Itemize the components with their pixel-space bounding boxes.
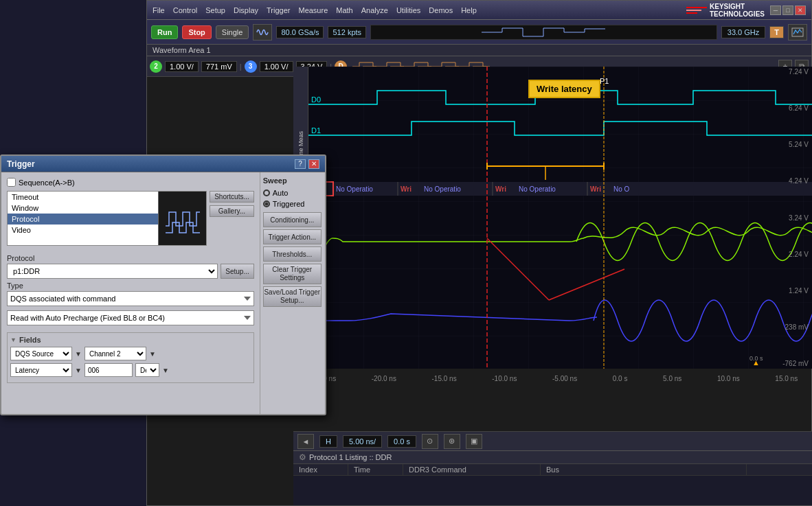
time-axis: -25.0 ns -20.0 ns -15.0 ns -10.0 ns -5.0… xyxy=(308,371,812,385)
collapse-icon[interactable]: ▼ xyxy=(10,336,16,343)
sample-rate-value[interactable]: 80.0 GSa/s xyxy=(276,26,324,38)
thresholds-button[interactable]: Thresholds... xyxy=(263,246,322,262)
maximize-button[interactable]: □ xyxy=(782,5,793,15)
nav-icon-3[interactable]: ▣ xyxy=(466,434,482,449)
fields-row-1: DQS Source ▼ Channel 2 ▼ xyxy=(10,347,251,360)
voltage-6-24: 6.24 V xyxy=(776,104,809,112)
setup-button[interactable]: Setup... xyxy=(221,264,253,279)
voltage-238: 238 mV xyxy=(776,323,809,331)
minimize-button[interactable]: ─ xyxy=(770,5,781,15)
wave-icon[interactable] xyxy=(253,24,272,41)
toolbar: Run Stop Single 80.0 GSa/s 512 kpts 33.0… xyxy=(147,20,811,45)
trigger-dialog-title: Trigger xyxy=(7,159,35,169)
sequence-checkbox[interactable] xyxy=(7,178,16,187)
svg-text:Wri: Wri xyxy=(401,185,411,193)
waveform-display: Wri No Operatio Wri No Operatio Wri No O… xyxy=(308,67,812,369)
latency-input[interactable] xyxy=(84,363,133,377)
run-button[interactable]: Run xyxy=(151,25,178,39)
dropdown-icon-2: ▼ xyxy=(149,350,156,358)
col-ddr3: DDR3 Command xyxy=(403,464,541,475)
conditioning-button[interactable]: Conditioning... xyxy=(263,212,322,227)
menu-math[interactable]: Math xyxy=(336,6,352,14)
gallery-button[interactable]: Gallery... xyxy=(210,205,254,217)
time-tick-neg15: -15.0 ns xyxy=(432,375,457,382)
trigger-body: Sequence(A->B) Timeout Window Protocol V… xyxy=(1,172,325,414)
nav-icon-2[interactable]: ⊛ xyxy=(444,434,460,449)
trigger-help-button[interactable]: ? xyxy=(295,159,306,169)
col-index: Index xyxy=(293,464,348,475)
single-button[interactable]: Single xyxy=(216,25,249,39)
ch2-voltage2[interactable]: 771 mV xyxy=(201,61,237,72)
type-select-1[interactable]: DQS associated with command xyxy=(7,291,254,306)
menu-measure[interactable]: Measure xyxy=(298,6,328,14)
menu-analyze[interactable]: Analyze xyxy=(361,6,388,14)
latency-select[interactable]: Latency xyxy=(10,363,72,377)
ch-separator-1: | xyxy=(240,62,242,71)
protocol-row: p1:DDR Setup... xyxy=(7,264,254,279)
position-value[interactable]: 0.0 s xyxy=(387,435,416,448)
logo-text: KEYSIGHTTECHNOLOGIES xyxy=(710,3,765,18)
logo-line-3 xyxy=(686,12,697,14)
logo-lines xyxy=(686,7,707,14)
nav-left-button[interactable]: ◄ xyxy=(297,434,314,449)
voltage-4-24: 4.24 V xyxy=(776,177,809,185)
svg-text:No Operatio: No Operatio xyxy=(519,185,556,193)
type-select-2[interactable]: Read with Auto Precharge (Fixed BL8 or B… xyxy=(7,310,254,325)
clear-trigger-button[interactable]: Clear Trigger Settings xyxy=(263,264,322,284)
menu-bar: File Control Setup Display Trigger Measu… xyxy=(153,6,477,14)
voltage-labels: 7.24 V 6.24 V 5.24 V 4.24 V 3.24 V 2.24 … xyxy=(774,67,811,369)
trigger-left-panel: Sequence(A->B) Timeout Window Protocol V… xyxy=(1,172,260,414)
waveform-area-label: Waveform Area 1 xyxy=(147,45,811,56)
auto-radio[interactable] xyxy=(263,189,270,196)
svg-text:D1: D1 xyxy=(311,126,321,135)
menu-utilities[interactable]: Utilities xyxy=(396,6,420,14)
bandwidth-value[interactable]: 33.0 GHz xyxy=(721,26,765,38)
stop-button[interactable]: Stop xyxy=(182,25,211,39)
ch2-badge[interactable]: 2 xyxy=(150,60,162,73)
fields-row-2: Latency ▼ Dec ▼ xyxy=(10,363,251,377)
memory-depth-value[interactable]: 512 kpts xyxy=(328,26,366,38)
dec-select[interactable]: Dec xyxy=(135,363,159,377)
scope-icon[interactable] xyxy=(788,24,807,41)
shortcuts-button[interactable]: Shortcuts... xyxy=(210,191,254,203)
trigger-action-button[interactable]: Trigger Action... xyxy=(263,229,322,244)
col-bus: Bus xyxy=(541,464,747,475)
t-button[interactable]: T xyxy=(769,26,784,38)
ch2-voltage1[interactable]: 1.00 V/ xyxy=(165,61,199,72)
protocol-select[interactable]: p1:DDR xyxy=(7,264,218,279)
sweep-title: Sweep xyxy=(263,176,322,185)
menu-control[interactable]: Control xyxy=(173,6,197,14)
nav-icon-1[interactable]: ⊙ xyxy=(422,434,438,449)
triggered-radio[interactable] xyxy=(263,200,270,207)
time-tick-0: 0.0 s xyxy=(613,375,628,382)
logo-line-1 xyxy=(686,7,707,8)
dqs-source-select[interactable]: DQS Source xyxy=(10,347,72,360)
protocol-listing-header: Index Time DDR3 Command Bus xyxy=(293,464,812,476)
h-label: H xyxy=(319,435,337,448)
channel-select[interactable]: Channel 2 xyxy=(84,347,146,360)
time-tick-neg20: -20.0 ns xyxy=(372,375,396,382)
col-time: Time xyxy=(348,464,403,475)
trigger-close-button[interactable]: ✕ xyxy=(308,159,319,169)
svg-text:No Operatio: No Operatio xyxy=(424,185,461,193)
menu-file[interactable]: File xyxy=(153,6,165,14)
menu-setup[interactable]: Setup xyxy=(205,6,225,14)
svg-text:0.0 s: 0.0 s xyxy=(749,355,763,362)
time-per-div[interactable]: 5.00 ns/ xyxy=(343,435,382,448)
menu-demos[interactable]: Demos xyxy=(429,6,453,14)
menu-trigger[interactable]: Trigger xyxy=(267,6,290,14)
close-button[interactable]: ✕ xyxy=(795,5,806,15)
save-load-button[interactable]: Save/Load Trigger Setup... xyxy=(263,286,322,307)
ch3-voltage1[interactable]: 1.00 V/ xyxy=(260,61,293,72)
logo-line-2 xyxy=(686,10,701,11)
waveform-preview xyxy=(158,192,206,246)
menu-help[interactable]: Help xyxy=(461,6,477,14)
protocol-listing-label: Protocol 1 Listing :: DDR xyxy=(309,453,392,461)
triggered-radio-row: Triggered xyxy=(263,200,322,208)
auto-label: Auto xyxy=(273,189,289,197)
svg-text:P1: P1 xyxy=(600,77,609,85)
menu-display[interactable]: Display xyxy=(234,6,258,14)
voltage-2-24: 2.24 V xyxy=(776,251,809,258)
ch3-badge[interactable]: 3 xyxy=(245,60,257,73)
sequence-checkbox-row: Sequence(A->B) xyxy=(7,178,254,187)
